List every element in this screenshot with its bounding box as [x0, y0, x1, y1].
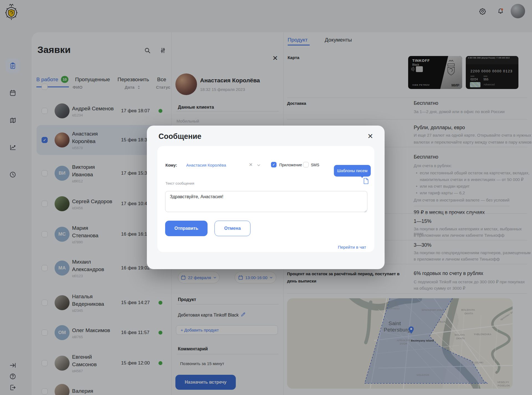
modal-form-card: Кому: Анастасия Королёва ✕ ✓ Приложение …: [157, 146, 374, 252]
resize-handle[interactable]: [364, 209, 367, 214]
app-root: Заявки В работе 10 Пропущенные Перезвони…: [0, 0, 532, 395]
modal-title: Сообщение: [158, 132, 201, 141]
channel-app-label: Приложение: [279, 163, 302, 167]
templates-file-icon[interactable]: [363, 178, 369, 184]
recipient-value[interactable]: Анастасия Королёва: [186, 163, 226, 167]
channel-app-checkbox[interactable]: ✓: [271, 162, 277, 167]
go-to-chat-link[interactable]: Перейти в чат: [338, 245, 366, 250]
send-button[interactable]: Отправить: [165, 221, 208, 236]
channel-sms-label: SMS: [311, 163, 319, 167]
cancel-button[interactable]: Отмена: [214, 221, 250, 236]
recipient-label: Кому:: [165, 163, 177, 167]
templates-tooltip: Шаблоны писем: [334, 165, 371, 177]
channel-sms-checkbox[interactable]: ✓: [303, 162, 309, 167]
message-modal: Сообщение ✕ Кому: Анастасия Королёва ✕ ✓…: [147, 126, 385, 269]
chevron-down-icon[interactable]: [257, 163, 261, 169]
message-text-input[interactable]: [165, 191, 367, 212]
message-text-label: Текст сообщения: [165, 181, 194, 185]
clear-recipient-icon[interactable]: ✕: [249, 162, 253, 168]
close-icon[interactable]: ✕: [367, 132, 373, 140]
